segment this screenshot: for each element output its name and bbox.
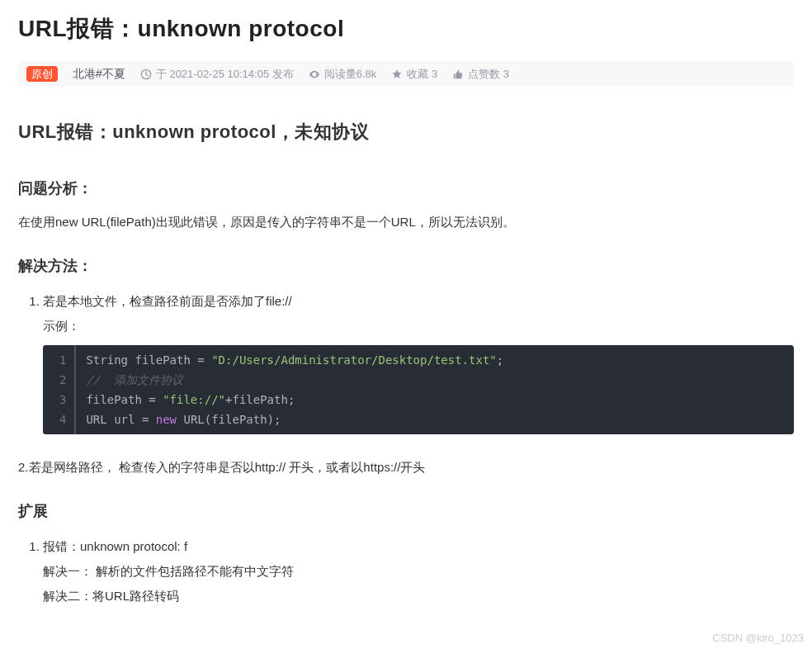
- original-badge: 原创: [26, 66, 58, 82]
- solution-li1-line2: 示例：: [43, 314, 794, 339]
- meta-bar: 原创 北港#不夏 于 2021-02-25 10:14:05 发布 阅读量6.8…: [18, 61, 794, 87]
- list-item: 若是本地文件，检查路径前面是否添加了file:// 示例： 1234 Strin…: [43, 289, 794, 434]
- code-lines[interactable]: String filePath = "D:/Users/Administrato…: [74, 345, 794, 434]
- likes-count: 点赞数 3: [468, 67, 509, 82]
- extend-sol2: 解决二：将URL路径转码: [43, 584, 794, 609]
- publish-time: 于 2021-02-25 10:14:05 发布: [156, 67, 294, 82]
- author-link[interactable]: 北港#不夏: [73, 67, 125, 82]
- solution-li2: 2.若是网络路径， 检查传入的字符串是否以http:// 开头，或者以https…: [18, 456, 794, 480]
- likes-meta[interactable]: 点赞数 3: [452, 67, 509, 82]
- favorites-count: 收藏 3: [407, 67, 437, 82]
- solution-li1-line1: 若是本地文件，检查路径前面是否添加了file://: [43, 294, 292, 308]
- extend-sol1: 解决一： 解析的文件包括路径不能有中文字符: [43, 559, 794, 584]
- extend-li1: 报错：unknown protocol: f: [43, 539, 187, 553]
- extend-heading: 扩展: [18, 497, 794, 525]
- code-block: 1234 String filePath = "D:/Users/Adminis…: [43, 345, 794, 434]
- code-gutter: 1234: [43, 345, 74, 434]
- publish-meta: 于 2021-02-25 10:14:05 发布: [140, 67, 294, 82]
- solution-list: 若是本地文件，检查路径前面是否添加了file:// 示例： 1234 Strin…: [18, 289, 794, 434]
- views-count: 阅读量6.8k: [324, 67, 377, 82]
- clock-icon: [140, 69, 152, 80]
- solution-heading: 解决方法：: [18, 252, 794, 280]
- article-content: URL报错：unknown protocol，未知协议 问题分析： 在使用new…: [18, 87, 794, 609]
- extend-list: 报错：unknown protocol: f 解决一： 解析的文件包括路径不能有…: [18, 534, 794, 609]
- eye-icon: [309, 69, 320, 80]
- subtitle: URL报错：unknown protocol，未知协议: [18, 115, 794, 149]
- analysis-heading: 问题分析：: [18, 174, 794, 202]
- views-meta: 阅读量6.8k: [309, 67, 377, 82]
- page-title: URL报错：unknown protocol: [18, 13, 794, 45]
- thumb-up-icon: [452, 69, 464, 80]
- star-icon: [391, 69, 403, 80]
- list-item: 报错：unknown protocol: f 解决一： 解析的文件包括路径不能有…: [43, 534, 794, 609]
- svg-point-1: [313, 73, 315, 75]
- analysis-body: 在使用new URL(filePath)出现此错误，原因是传入的字符串不是一个U…: [18, 211, 794, 234]
- favorites-meta[interactable]: 收藏 3: [391, 67, 437, 82]
